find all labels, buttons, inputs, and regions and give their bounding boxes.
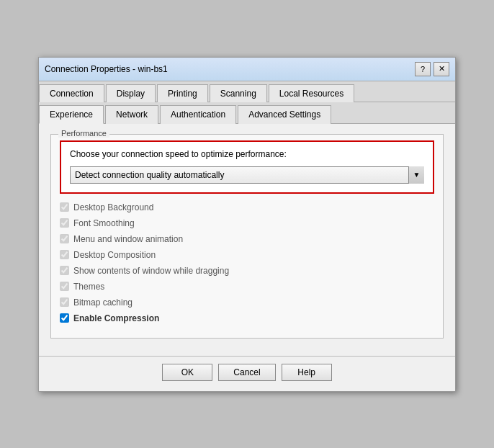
checkbox-show-contents-of-window-while-dragging[interactable] <box>60 266 69 275</box>
performance-group-label: Performance <box>58 129 109 138</box>
checkbox-item: Menu and window animation <box>60 234 434 244</box>
checkbox-item: Desktop Composition <box>60 250 434 260</box>
tab-network[interactable]: Network <box>105 105 158 124</box>
tab-experience[interactable]: Experience <box>39 105 104 124</box>
checkbox-label: Desktop Background <box>73 202 153 212</box>
tab-connection[interactable]: Connection <box>39 84 104 102</box>
tab-authentication[interactable]: Authentication <box>160 105 236 124</box>
checkbox-font-smoothing[interactable] <box>60 218 69 228</box>
dialog-window: Connection Properties - win-bs1 ? ✕ Conn… <box>38 57 456 392</box>
cancel-button[interactable]: Cancel <box>218 364 275 381</box>
title-bar: Connection Properties - win-bs1 ? ✕ <box>39 58 455 81</box>
checkbox-themes[interactable] <box>60 282 69 291</box>
checkbox-menu-and-window-animation[interactable] <box>60 234 69 243</box>
connection-quality-dropdown[interactable]: Detect connection quality automatically … <box>70 166 424 184</box>
checkbox-bitmap-caching[interactable] <box>60 297 69 307</box>
checkbox-item: Themes <box>60 282 434 292</box>
checkbox-item: Font Smoothing <box>60 218 434 228</box>
dropdown-wrapper: Detect connection quality automatically … <box>70 166 424 184</box>
bottom-bar: OK Cancel Help <box>39 356 455 391</box>
checkbox-item: Desktop Background <box>60 202 434 212</box>
window-title: Connection Properties - win-bs1 <box>45 64 168 74</box>
checkbox-desktop-background[interactable] <box>60 202 69 212</box>
close-title-button[interactable]: ✕ <box>434 62 449 76</box>
checkbox-label: Font Smoothing <box>73 218 135 228</box>
ok-button[interactable]: OK <box>162 364 212 381</box>
checkbox-item: Show contents of window while dragging <box>60 266 434 276</box>
checkbox-item: Enable Compression <box>60 313 434 323</box>
tab-advanced-settings[interactable]: Advanced Settings <box>238 105 331 124</box>
performance-group: Performance Choose your connection speed… <box>50 134 444 339</box>
connection-speed-label: Choose your connection speed to optimize… <box>70 149 424 159</box>
tab-scanning[interactable]: Scanning <box>210 84 267 102</box>
highlight-box: Choose your connection speed to optimize… <box>60 140 434 194</box>
checkbox-desktop-composition[interactable] <box>60 250 69 259</box>
checkbox-label: Bitmap caching <box>73 297 133 308</box>
tab-local-resources[interactable]: Local Resources <box>269 84 354 102</box>
tabs-row2: Experience Network Authentication Advanc… <box>39 102 455 124</box>
help-title-button[interactable]: ? <box>415 62 431 76</box>
checkbox-item: Bitmap caching <box>60 297 434 308</box>
tabs-row1: Connection Display Printing Scanning Loc… <box>39 81 455 102</box>
checkbox-label: Desktop Composition <box>73 250 156 260</box>
checkbox-label: Themes <box>73 282 104 292</box>
help-button[interactable]: Help <box>282 364 332 381</box>
tab-printing[interactable]: Printing <box>157 84 208 102</box>
title-bar-buttons: ? ✕ <box>415 62 449 76</box>
main-content: Performance Choose your connection speed… <box>39 124 455 356</box>
checkbox-label: Enable Compression <box>73 313 159 323</box>
checkbox-label: Show contents of window while dragging <box>73 266 229 276</box>
tab-display[interactable]: Display <box>106 84 156 102</box>
checkbox-label: Menu and window animation <box>73 234 183 244</box>
checkbox-enable-compression[interactable] <box>60 313 69 323</box>
checkboxes-container: Desktop BackgroundFont SmoothingMenu and… <box>60 202 434 323</box>
